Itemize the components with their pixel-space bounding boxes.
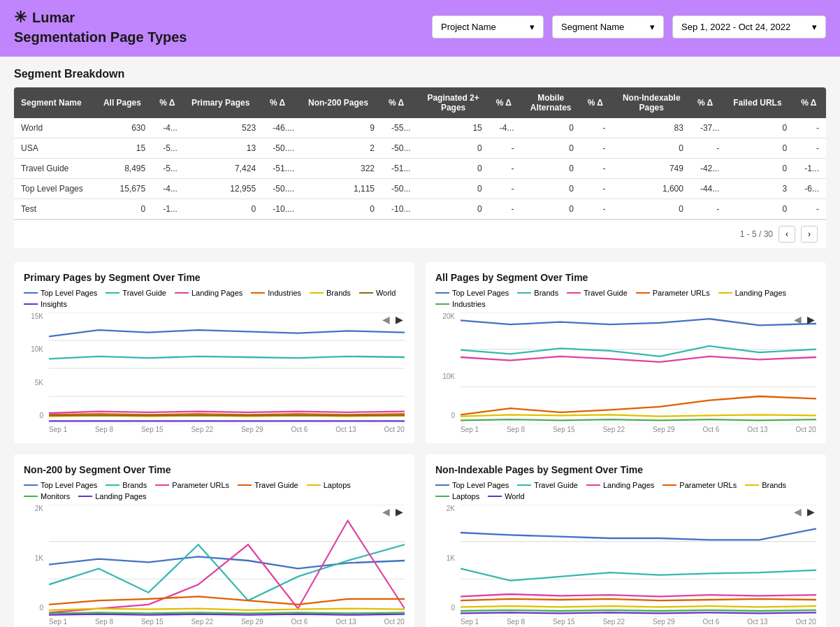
legend-line: [106, 292, 120, 294]
table-cell: -: [690, 138, 726, 159]
legend-label: Landing Pages: [95, 492, 146, 500]
pagination-prev-button[interactable]: ‹: [779, 226, 795, 243]
logo-star-icon: ✳: [14, 8, 27, 27]
legend-line: [636, 292, 650, 294]
table-cell: 0: [417, 199, 488, 219]
segment-breakdown-table: Segment Name All Pages % Δ Primary Pages…: [14, 87, 826, 248]
segment-name-label: Segment Name: [561, 22, 624, 32]
col-mobile-pct: % Δ: [581, 87, 613, 118]
table-cell: -46....: [263, 118, 301, 138]
legend-item: Insights: [24, 300, 67, 308]
legend-line: [567, 292, 581, 294]
primary-pages-back-button[interactable]: ◀: [381, 312, 391, 326]
legend-label: Monitors: [41, 492, 70, 500]
logo-text: Lumar: [32, 10, 75, 26]
table-cell: -: [794, 138, 826, 159]
primary-pages-x-labels: Sep 1 Sep 8 Sep 15 Sep 22 Sep 29 Oct 6 O…: [49, 426, 405, 433]
table-cell: 0: [417, 138, 488, 159]
segment-breakdown-title: Segment Breakdown: [14, 68, 826, 80]
table-cell: 749: [613, 159, 690, 179]
table-cell: -55...: [382, 118, 417, 138]
table-cell: -50....: [263, 179, 301, 199]
legend-line: [359, 292, 373, 294]
date-range-dropdown[interactable]: Sep 1, 2022 - Oct 24, 2022 ▾: [672, 15, 826, 38]
table-cell: 0: [613, 199, 690, 219]
table-cell: 3: [726, 179, 794, 199]
col-failed-urls: Failed URLs: [726, 87, 794, 118]
primary-pages-svg: [49, 312, 405, 424]
non-indexable-chart-title: Non-Indexable Pages by Segment Over Time: [435, 464, 816, 475]
legend-line: [155, 484, 169, 486]
pagination-info: 1 - 5 / 30: [740, 229, 773, 239]
table-cell: -4...: [152, 179, 184, 199]
col-failed-pct: % Δ: [794, 87, 826, 118]
legend-item: Travel Guide: [517, 481, 578, 489]
all-pages-forward-button[interactable]: ▶: [806, 312, 816, 326]
legend-line: [24, 303, 38, 305]
legend-label: Top Level Pages: [452, 289, 509, 297]
table-cell: Top Level Pages: [14, 179, 96, 199]
logo-area: ✳ Lumar Segmentation Page Types: [14, 8, 187, 45]
table-cell: 0: [726, 199, 794, 219]
legend-label: Brands: [326, 289, 351, 297]
legend-label: Parameter URLs: [679, 481, 737, 489]
legend-label: Top Level Pages: [452, 481, 509, 489]
primary-pages-y-labels: 15K 10K 5K 0: [24, 312, 46, 419]
legend-label: World: [376, 289, 396, 297]
table-cell: -1...: [152, 199, 184, 219]
non200-forward-button[interactable]: ▶: [394, 505, 405, 519]
table-cell: 9: [301, 118, 382, 138]
non200-legend: Top Level PagesBrandsParameter URLsTrave…: [24, 481, 405, 500]
charts-grid: Primary Pages by Segment Over Time Top L…: [14, 262, 826, 627]
table-cell: -50....: [263, 138, 301, 159]
non200-chart-title: Non-200 by Segment Over Time: [24, 464, 405, 475]
non200-x-labels: Sep 1 Sep 8 Sep 15 Sep 22 Sep 29 Oct 6 O…: [49, 618, 405, 626]
legend-label: Laptops: [324, 481, 351, 489]
legend-label: Brands: [762, 481, 786, 489]
header: ✳ Lumar Segmentation Page Types Project …: [0, 0, 840, 57]
legend-label: Landing Pages: [735, 289, 786, 297]
table-cell: 0: [184, 199, 263, 219]
project-name-label: Project Name: [441, 22, 496, 32]
all-pages-chart-nav: ◀ ▶: [792, 312, 816, 326]
col-non-indexable-pct: % Δ: [690, 87, 726, 118]
project-name-dropdown[interactable]: Project Name ▾: [432, 15, 544, 38]
segment-name-dropdown[interactable]: Segment Name ▾: [552, 15, 664, 38]
table-cell: -: [581, 138, 613, 159]
legend-label: Landing Pages: [191, 289, 242, 297]
non-indexable-back-button[interactable]: ◀: [792, 505, 803, 519]
all-pages-legend: Top Level PagesBrandsTravel GuideParamet…: [435, 289, 816, 308]
non200-back-button[interactable]: ◀: [381, 505, 391, 519]
col-paginated-pct: % Δ: [489, 87, 521, 118]
table-cell: 0: [613, 138, 690, 159]
legend-label: Travel Guide: [122, 289, 166, 297]
table-cell: -6...: [794, 179, 826, 199]
legend-line: [238, 484, 252, 486]
table-cell: USA: [14, 138, 96, 159]
table-cell: 0: [96, 199, 152, 219]
non-indexable-forward-button[interactable]: ▶: [806, 505, 816, 519]
legend-line: [24, 496, 38, 497]
table-cell: 15: [417, 118, 488, 138]
legend-line: [24, 484, 38, 486]
pagination-next-button[interactable]: ›: [801, 226, 818, 243]
table-cell: 0: [726, 138, 794, 159]
primary-pages-forward-button[interactable]: ▶: [394, 312, 405, 326]
legend-line: [251, 292, 265, 294]
col-primary-pages: Primary Pages: [184, 87, 263, 118]
legend-label: Laptops: [452, 492, 479, 500]
all-pages-svg-container: ◀ ▶: [461, 312, 816, 424]
date-range-label: Sep 1, 2022 - Oct 24, 2022: [681, 22, 790, 32]
table-cell: -42...: [690, 159, 726, 179]
legend-line: [435, 292, 449, 294]
legend-item: Parameter URLs: [155, 481, 229, 489]
table-cell: -5...: [152, 159, 184, 179]
col-non-indexable: Non-IndexablePages: [613, 87, 690, 118]
table-row: Travel Guide8,495-5...7,424-51....322-51…: [14, 159, 826, 179]
table-cell: 0: [301, 199, 382, 219]
legend-item: Industries: [435, 300, 486, 308]
table-cell: -: [794, 118, 826, 138]
all-pages-back-button[interactable]: ◀: [792, 312, 803, 326]
table-cell: -: [489, 138, 521, 159]
primary-pages-chart-nav: ◀ ▶: [381, 312, 405, 326]
